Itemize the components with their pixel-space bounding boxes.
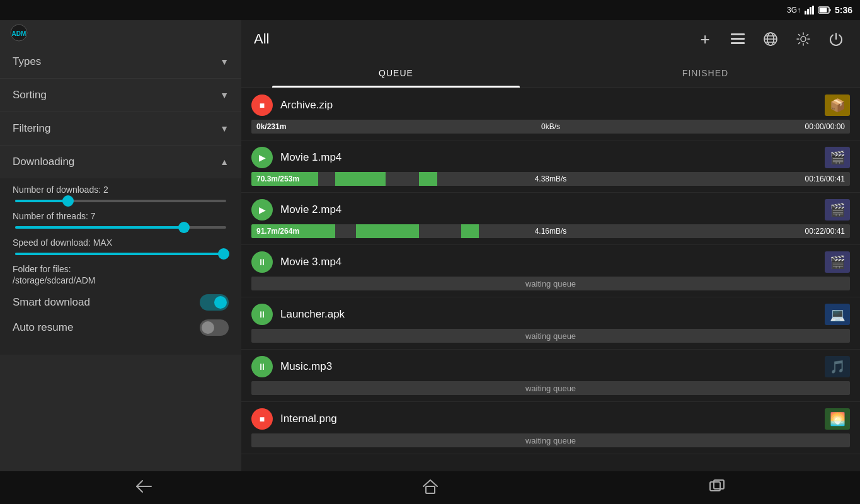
play-pause-button[interactable]: ■ — [251, 94, 273, 116]
globe-button[interactable] — [759, 28, 782, 50]
waiting-bar: waiting queue — [251, 433, 850, 447]
waiting-bar-row: waiting queue — [251, 277, 850, 290]
filtering-chevron-icon: ▼ — [220, 123, 229, 134]
svg-rect-10 — [731, 38, 745, 40]
tab-finished[interactable]: FINISHED — [551, 58, 860, 88]
download-item-header: ⏸ Movie 3.mp4 🎬 — [241, 245, 860, 277]
battery-icon — [818, 6, 831, 14]
auto-resume-group: Auto resume — [13, 319, 229, 336]
num-threads-thumb[interactable] — [178, 222, 190, 233]
file-thumbnail: 📦 — [825, 94, 850, 116]
smart-download-label: Smart download — [13, 296, 90, 309]
file-name: Movie 1.mp4 — [280, 151, 817, 164]
waiting-bar: waiting queue — [251, 329, 850, 343]
content-header: All + — [241, 20, 860, 58]
downloading-label: Downloading — [13, 156, 74, 168]
download-item[interactable]: ⏸ Music.mp3 🎵 waiting queue — [241, 350, 860, 402]
progress-bar-row: 70.3m/253m 4.38mB/s 00:16/00:41 — [251, 172, 850, 186]
smart-download-toggle[interactable] — [200, 294, 229, 311]
progress-right: 00:22/00:41 — [805, 227, 845, 236]
download-item[interactable]: ⏸ Launcher.apk 💻 waiting queue — [241, 297, 860, 350]
num-downloads-fill — [15, 200, 68, 202]
play-pause-button[interactable]: ▶ — [251, 147, 273, 168]
download-item-header: ■ Archive.zip 📦 — [241, 88, 860, 120]
progress-bar-row: 0k/231m 0kB/s 00:00/00:00 — [251, 120, 850, 134]
download-item-header: ■ Internal.png 🌅 — [241, 402, 860, 433]
power-button[interactable] — [825, 28, 847, 50]
settings-button[interactable] — [792, 28, 815, 50]
num-downloads-thumb[interactable] — [62, 195, 74, 207]
home-button[interactable] — [403, 474, 457, 502]
back-icon — [135, 479, 152, 493]
play-pause-button[interactable]: ⏸ — [251, 251, 273, 273]
file-thumbnail: 🎬 — [825, 199, 850, 220]
auto-resume-knob — [202, 321, 214, 334]
num-downloads-label: Number of downloads: 2 — [13, 185, 229, 195]
file-thumbnail: 🎬 — [825, 147, 850, 168]
recent-icon — [709, 479, 725, 493]
download-item-header: ▶ Movie 2.mp4 🎬 — [241, 193, 860, 224]
file-name: Movie 3.mp4 — [280, 256, 817, 268]
types-chevron-icon: ▼ — [220, 57, 229, 67]
adm-logo-icon: ADM — [10, 24, 28, 42]
svg-rect-11 — [731, 42, 745, 44]
svg-rect-5 — [829, 9, 830, 11]
download-item[interactable]: ▶ Movie 2.mp4 🎬 91.7m/264m 4.16mB/s 00:2… — [241, 193, 860, 245]
play-pause-button[interactable]: ■ — [251, 408, 273, 430]
waiting-bar: waiting queue — [251, 381, 850, 395]
home-icon — [422, 479, 439, 494]
progress-mid: 0kB/s — [541, 122, 560, 131]
progress-track: 0k/231m 0kB/s 00:00/00:00 — [251, 120, 850, 134]
download-item[interactable]: ■ Archive.zip 📦 0k/231m 0kB/s 00:00/00:0… — [241, 88, 860, 140]
waiting-bar: waiting queue — [251, 277, 850, 290]
num-threads-track — [15, 226, 226, 229]
back-button[interactable] — [116, 474, 171, 501]
add-button[interactable]: + — [694, 28, 716, 50]
waiting-text: waiting queue — [525, 436, 576, 445]
waiting-text: waiting queue — [525, 331, 576, 341]
file-thumbnail: 💻 — [825, 304, 850, 325]
status-time: 5:36 — [835, 5, 852, 15]
sidebar-item-types[interactable]: Types ▼ — [0, 45, 241, 79]
progress-track: 91.7m/264m 4.16mB/s 00:22/00:41 — [251, 224, 850, 238]
play-pause-button[interactable]: ▶ — [251, 199, 273, 220]
num-threads-label: Number of threads: 7 — [13, 211, 229, 221]
waiting-text: waiting queue — [525, 384, 576, 393]
svg-rect-1 — [807, 9, 809, 14]
play-pause-button[interactable]: ⏸ — [251, 304, 273, 325]
downloading-section: Number of downloads: 2 Number of threads… — [0, 178, 241, 355]
file-name: Music.mp3 — [280, 360, 817, 373]
auto-resume-toggle[interactable] — [200, 319, 229, 336]
progress-left: 0k/231m — [256, 122, 286, 131]
main-container: ADM Types ▼ Sorting ▼ Filtering ▼ Downlo… — [0, 20, 860, 471]
progress-mid: 4.38mB/s — [535, 175, 567, 183]
bottom-nav — [0, 471, 860, 504]
page-title: All — [254, 31, 684, 47]
download-list: ■ Archive.zip 📦 0k/231m 0kB/s 00:00/00:0… — [241, 88, 860, 471]
gear-icon — [796, 32, 810, 46]
sidebar: ADM Types ▼ Sorting ▼ Filtering ▼ Downlo… — [0, 20, 241, 471]
smart-download-knob — [214, 296, 227, 309]
sidebar-item-sorting[interactable]: Sorting ▼ — [0, 79, 241, 112]
download-item[interactable]: ▶ Movie 1.mp4 🎬 70.3m/253m 4.38mB/s 00:1… — [241, 140, 860, 193]
download-item[interactable]: ■ Internal.png 🌅 waiting queue — [241, 402, 860, 454]
download-item[interactable]: ⏸ Movie 3.mp4 🎬 waiting queue — [241, 245, 860, 297]
play-pause-button[interactable]: ⏸ — [251, 356, 273, 377]
list-icon[interactable] — [726, 28, 749, 50]
waiting-bar-row: waiting queue — [251, 329, 850, 343]
signal-bars-icon — [805, 6, 815, 14]
waiting-bar-row: waiting queue — [251, 381, 850, 395]
sidebar-item-filtering[interactable]: Filtering ▼ — [0, 112, 241, 146]
list-view-icon — [731, 33, 745, 45]
folder-group: Folder for files: /storage/sdcard/ADM — [13, 264, 229, 285]
speed-thumb[interactable] — [218, 248, 229, 260]
download-item-header: ⏸ Music.mp3 🎵 — [241, 350, 860, 381]
speed-fill — [15, 253, 226, 255]
recent-button[interactable] — [690, 474, 744, 501]
progress-right: 00:00/00:00 — [805, 122, 845, 131]
num-downloads-track — [15, 200, 226, 202]
tab-queue[interactable]: QUEUE — [241, 58, 551, 88]
speed-label: Speed of download: MAX — [13, 238, 229, 248]
tabs-bar: QUEUE FINISHED — [241, 58, 860, 88]
sidebar-item-downloading[interactable]: Downloading ▲ — [0, 146, 241, 178]
